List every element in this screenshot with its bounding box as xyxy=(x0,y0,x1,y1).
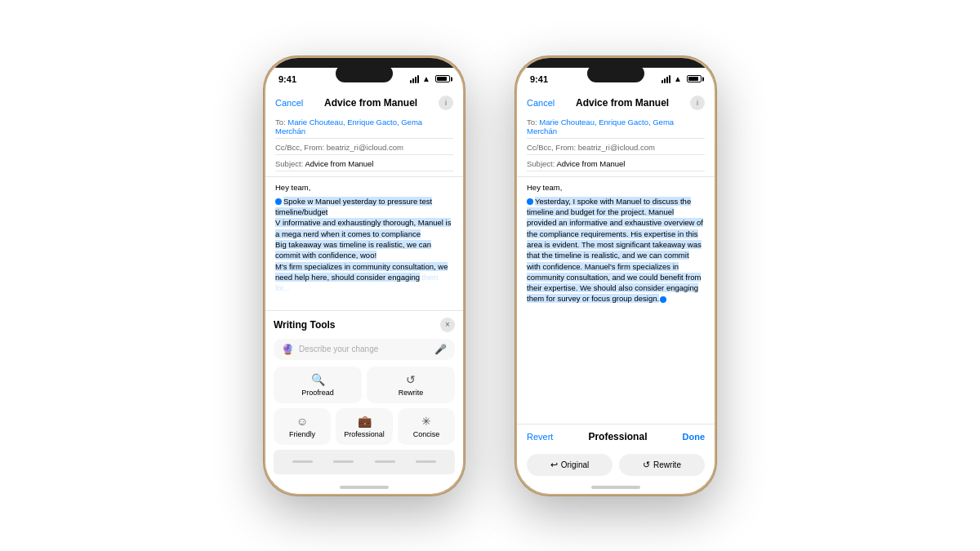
keyboard-hint xyxy=(274,450,455,474)
rewrite-toggle-label: Rewrite xyxy=(653,460,681,469)
mail-title-right: Advice from Manuel xyxy=(576,97,669,109)
kb-line-4 xyxy=(416,460,436,463)
mic-icon[interactable]: 🎤 xyxy=(434,344,447,355)
wt-title: Writing Tools xyxy=(274,319,336,331)
cursor-start-right xyxy=(527,198,533,205)
concise-button[interactable]: ✳ Concise xyxy=(398,408,455,445)
concise-label: Concise xyxy=(413,430,440,438)
rewrite-body[interactable]: Hey team, Yesterday, I spoke with Manuel… xyxy=(517,177,715,424)
subject-value-right: Advice from Manuel xyxy=(556,159,625,168)
phone-right: 9:41 ▲ Cancel Advic xyxy=(514,56,717,496)
wt-tone-buttons: ☺ Friendly 💼 Professional ✳ Concise xyxy=(274,408,455,445)
battery-icon xyxy=(435,75,450,82)
mail-to-contacts-right: Marie Chouteau, Enrique Gacto, Gema Merc… xyxy=(527,118,674,136)
mail-nav-right: Cancel Advice from Manuel i xyxy=(527,92,705,113)
mail-cc-field-left: Cc/Bcc, From: beatriz_ri@icloud.com xyxy=(275,140,453,155)
time-left: 9:41 xyxy=(278,74,296,84)
greeting-left: Hey team, xyxy=(275,182,453,193)
writing-tools-icon: 🔮 xyxy=(282,344,294,355)
mail-nav-left: Cancel Advice from Manuel i xyxy=(275,92,453,113)
rewrite-toggle-button[interactable]: ↺ Rewrite xyxy=(619,454,705,476)
phone-left: 9:41 ▲ Cancel xyxy=(263,56,466,496)
cancel-button-left[interactable]: Cancel xyxy=(275,98,303,108)
home-indicator-right xyxy=(517,481,715,494)
rewritten-text: Yesterday, I spoke with Manuel to discus… xyxy=(527,197,703,304)
rewrite-icon: ↺ xyxy=(406,373,416,386)
mail-subject-right: Subject: Advice from Manuel xyxy=(527,157,705,171)
proofread-label: Proofread xyxy=(301,389,334,397)
original-icon: ↩ xyxy=(550,460,558,470)
original-toggle-button[interactable]: ↩ Original xyxy=(527,454,612,476)
kb-line-1 xyxy=(292,460,313,463)
info-button-right[interactable]: i xyxy=(690,96,705,110)
wt-input-field[interactable]: 🔮 Describe your change 🎤 xyxy=(274,339,455,360)
cancel-button-right[interactable]: Cancel xyxy=(527,98,555,108)
professional-mode-label: Professional xyxy=(588,431,647,442)
rewrite-label: Rewrite xyxy=(399,389,424,397)
mail-to-field-right: To: Marie Chouteau, Enrique Gacto, Gema … xyxy=(527,115,705,139)
mail-title-left: Advice from Manuel xyxy=(324,97,417,109)
professional-button[interactable]: 💼 Professional xyxy=(336,408,393,445)
status-icons-right: ▲ xyxy=(662,74,702,83)
time-right: 9:41 xyxy=(530,74,548,84)
home-indicator-left xyxy=(265,481,463,494)
selected-text-left: Spoke w Manuel yesterday to pressure tes… xyxy=(275,197,451,282)
main-container: 9:41 ▲ Cancel xyxy=(0,0,980,551)
wt-header: Writing Tools × xyxy=(274,318,455,332)
mail-body-left[interactable]: Hey team, Spoke w Manuel yesterday to pr… xyxy=(265,177,463,310)
friendly-button[interactable]: ☺ Friendly xyxy=(274,408,331,445)
kb-line-3 xyxy=(375,460,395,463)
mail-subject-left: Subject: Advice from Manuel xyxy=(275,157,453,171)
status-icons-left: ▲ xyxy=(410,74,450,83)
revert-button[interactable]: Revert xyxy=(527,432,553,442)
mail-header-left: Cancel Advice from Manuel i To: Marie Ch… xyxy=(265,87,463,177)
battery-icon-right xyxy=(687,75,702,82)
done-button[interactable]: Done xyxy=(683,432,706,442)
wt-main-buttons: 🔍 Proofread ↺ Rewrite xyxy=(274,367,455,403)
writing-tools-panel: Writing Tools × 🔮 Describe your change 🎤… xyxy=(265,310,463,481)
kb-line-2 xyxy=(333,460,354,463)
signal-icon xyxy=(410,75,419,83)
friendly-label: Friendly xyxy=(289,430,315,438)
original-rewrite-row: ↩ Original ↺ Rewrite xyxy=(517,449,715,481)
proofread-icon: 🔍 xyxy=(311,373,325,386)
mail-header-right: Cancel Advice from Manuel i To: Marie Ch… xyxy=(517,87,715,177)
mail-cc-field-right: Cc/Bcc, From: beatriz_ri@icloud.com xyxy=(527,140,705,155)
rewrite-button[interactable]: ↺ Rewrite xyxy=(367,367,455,403)
signal-icon-right xyxy=(662,75,670,83)
dynamic-island-area-right xyxy=(517,58,715,68)
professional-icon: 💼 xyxy=(358,415,372,428)
info-button-left[interactable]: i xyxy=(439,96,453,110)
proofread-button[interactable]: 🔍 Proofread xyxy=(274,367,362,403)
wt-close-button[interactable]: × xyxy=(440,318,455,332)
concise-icon: ✳ xyxy=(421,415,431,428)
rewrite-toolbar: Revert Professional Done xyxy=(517,424,715,449)
rewrite-toggle-icon: ↺ xyxy=(643,460,650,470)
subject-value-left: Advice from Manuel xyxy=(305,159,373,168)
professional-label: Professional xyxy=(344,430,385,438)
mail-to-contacts-left: Marie Chouteau, Enrique Gacto, Gema Merc… xyxy=(275,118,422,136)
wifi-icon-right: ▲ xyxy=(674,74,682,83)
dynamic-island xyxy=(336,64,393,82)
dynamic-island-area xyxy=(265,58,463,68)
mail-to-field-left: To: Marie Chouteau, Enrique Gacto, Gema … xyxy=(275,115,453,139)
cursor-start-left xyxy=(275,198,282,205)
friendly-icon: ☺ xyxy=(296,415,308,428)
cursor-end-right xyxy=(660,296,666,303)
original-label: Original xyxy=(561,460,589,469)
wt-placeholder: Describe your change xyxy=(299,344,430,353)
wifi-icon: ▲ xyxy=(422,74,430,83)
dynamic-island-right xyxy=(587,64,644,82)
greeting-right: Hey team, xyxy=(527,182,705,193)
